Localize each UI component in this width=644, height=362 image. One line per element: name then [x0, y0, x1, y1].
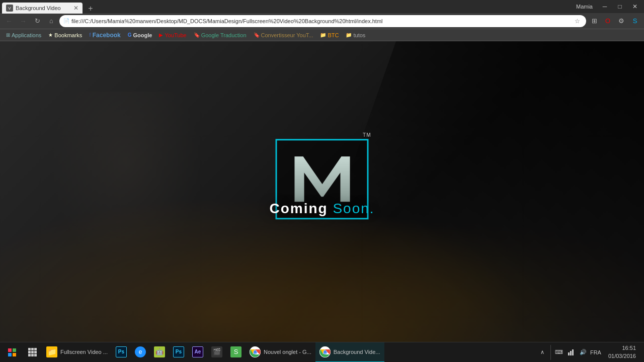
chrome-1-label: Nouvel onglet - G...: [264, 349, 311, 355]
content-area: TM Coming: [0, 41, 644, 342]
bookmark-bookmarks-label: Bookmarks: [54, 32, 82, 38]
conv-icon: 🔖: [254, 32, 260, 38]
mamia-label: Mamia: [576, 4, 593, 10]
taskbar-app-android[interactable]: 🤖: [150, 342, 169, 363]
folder-icon: 📁: [46, 346, 57, 357]
maximize-button[interactable]: □: [613, 2, 627, 12]
bookmark-btc[interactable]: 📁 BTC: [317, 31, 342, 39]
bookmark-applications[interactable]: ⊞ Applications: [3, 31, 44, 39]
traduction-icon: 🔖: [194, 32, 200, 38]
bookmark-btc-label: BTC: [328, 32, 339, 38]
taskbar-apps-button[interactable]: [22, 342, 42, 363]
bookmark-youtube[interactable]: ▶ YouTube: [156, 31, 189, 39]
back-button[interactable]: ←: [3, 15, 15, 27]
home-button[interactable]: ⌂: [45, 15, 57, 27]
bookmark-conv-label: Convertisseur YouT...: [261, 32, 313, 38]
bookmark-google-label: Google: [133, 32, 152, 38]
bookmark-convertisseur[interactable]: 🔖 Convertisseur YouT...: [251, 31, 316, 39]
bookmarks-bar: ⊞ Applications ★ Bookmarks f Facebook G …: [0, 29, 644, 41]
photoshop-icon: Ps: [116, 346, 127, 357]
svg-point-15: [324, 350, 327, 353]
taskbar-app-video[interactable]: 🎬: [207, 342, 226, 363]
network-icon[interactable]: [566, 347, 576, 357]
bookmark-google[interactable]: G Google: [125, 31, 155, 39]
after-effects-icon: Ae: [192, 346, 203, 357]
svg-rect-17: [570, 351, 572, 355]
bookmark-tutos-label: tutos: [353, 32, 365, 38]
svg-rect-4: [8, 348, 12, 352]
browser-actions: ⊞ O ⚙ S: [588, 15, 641, 27]
refresh-button[interactable]: ↻: [31, 15, 43, 27]
taskbar-app-folder[interactable]: 📁 Fullscreen Video ...: [42, 342, 112, 363]
clock-date: 01/03/2016: [608, 352, 636, 360]
tray-icon-up[interactable]: ∧: [537, 347, 547, 357]
language-indicator[interactable]: FRA: [590, 349, 601, 355]
tab-close-button[interactable]: ✕: [73, 5, 78, 11]
svg-rect-18: [572, 349, 574, 355]
coming-soon-text: Coming Soon.: [269, 201, 374, 217]
chrome-icon-2: [319, 346, 331, 357]
m-logo-svg: [292, 151, 352, 207]
tab-area: V Background Video ✕ +: [2, 0, 97, 13]
apps-grid-icon: ⊞: [6, 32, 10, 38]
active-tab[interactable]: V Background Video ✕: [2, 3, 83, 14]
tutos-icon: 📁: [346, 32, 352, 38]
taskbar-app-slideshow[interactable]: S: [226, 342, 246, 363]
bookmark-facebook[interactable]: f Facebook: [86, 31, 123, 40]
youtube-icon: ▶: [159, 32, 163, 38]
keyboard-icon[interactable]: ⌨: [554, 347, 564, 357]
url-text: file:///C:/Users/Mamia%20marwen/Desktop/…: [71, 18, 570, 24]
facebook-icon: f: [89, 32, 91, 38]
start-button[interactable]: [2, 342, 22, 363]
svg-rect-5: [13, 348, 16, 352]
btc-icon: 📁: [320, 32, 326, 38]
volume-icon[interactable]: 🔊: [578, 347, 588, 357]
window-controls: Mamia ─ □ ✕: [576, 2, 642, 12]
title-bar: V Background Video ✕ + Mamia ─ □ ✕: [0, 0, 644, 13]
url-actions: ☆: [572, 16, 582, 26]
taskbar-separator: [550, 345, 551, 360]
address-bar: ← → ↻ ⌂ 📄 file:///C:/Users/Mamia%20marwe…: [0, 13, 644, 29]
tab-favicon: V: [6, 5, 13, 12]
bookmark-facebook-label: Facebook: [93, 32, 121, 39]
taskbar-app-chrome-2[interactable]: Background Vide...: [315, 342, 384, 363]
bookmark-traduction-label: Google Traduction: [201, 32, 247, 38]
svg-point-11: [254, 350, 257, 353]
taskbar-app-ps2[interactable]: Ps: [169, 342, 188, 363]
skype-icon[interactable]: S: [629, 15, 641, 27]
clock-time: 16:51: [608, 344, 636, 352]
extensions-button[interactable]: ⊞: [588, 15, 600, 27]
taskbar-app-after-effects[interactable]: Ae: [188, 342, 207, 363]
bookmark-google-traduction[interactable]: 🔖 Google Traduction: [191, 31, 250, 39]
taskbar-app-ie[interactable]: e: [131, 342, 150, 363]
tab-title: Background Video: [16, 5, 71, 11]
bookmark-youtube-label: YouTube: [165, 32, 186, 38]
bookmark-tutos[interactable]: 📁 tutos: [343, 31, 368, 39]
forward-button[interactable]: →: [17, 15, 29, 27]
taskbar: 📁 Fullscreen Video ... Ps e 🤖 Ps Ae 🎬 S: [0, 342, 644, 362]
minimize-button[interactable]: ─: [598, 2, 612, 12]
svg-rect-6: [8, 353, 12, 356]
bookmark-applications-label: Applications: [12, 32, 41, 38]
chrome-icon-1: [250, 346, 261, 357]
close-window-button[interactable]: ✕: [628, 2, 642, 12]
taskbar-app-chrome-1[interactable]: Nouvel onglet - G...: [246, 342, 315, 363]
svg-rect-7: [13, 353, 16, 356]
chrome-2-label: Background Vide...: [334, 349, 380, 355]
photoshop-icon-2: Ps: [173, 346, 184, 357]
star-icon: ★: [48, 32, 53, 38]
file-icon: 📄: [63, 18, 69, 24]
opera-icon[interactable]: O: [602, 15, 614, 27]
svg-text:V: V: [8, 6, 11, 11]
settings-button[interactable]: ⚙: [615, 15, 627, 27]
svg-marker-3: [294, 156, 350, 202]
svg-rect-16: [568, 352, 570, 355]
bookmark-bookmarks[interactable]: ★ Bookmarks: [45, 31, 85, 39]
clock[interactable]: 16:51 01/03/2016: [605, 344, 639, 360]
new-tab-button[interactable]: +: [85, 4, 97, 13]
url-box[interactable]: 📄 file:///C:/Users/Mamia%20marwen/Deskto…: [59, 15, 586, 27]
tm-trademark: TM: [363, 132, 371, 138]
taskbar-app-photoshop[interactable]: Ps: [112, 342, 131, 363]
bookmark-star-icon[interactable]: ☆: [572, 16, 582, 26]
video-icon: 🎬: [211, 346, 222, 357]
